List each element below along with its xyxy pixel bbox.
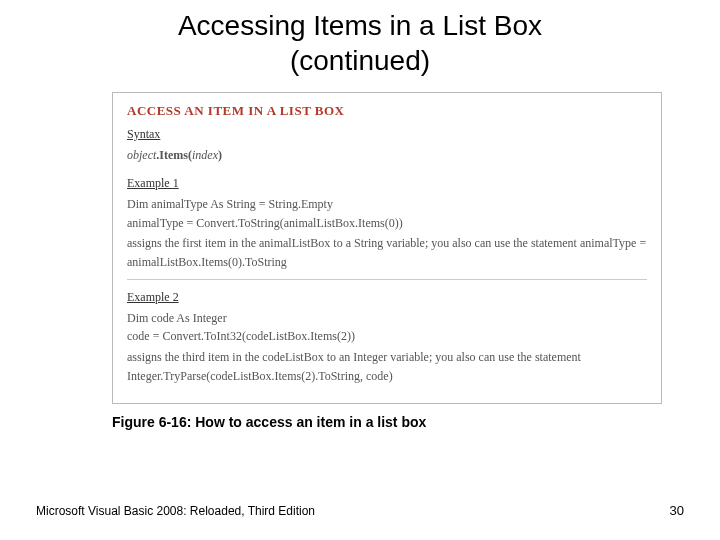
- footer-source: Microsoft Visual Basic 2008: Reloaded, T…: [36, 504, 315, 518]
- title-line-2: (continued): [290, 45, 430, 76]
- box-heading: ACCESS AN ITEM IN A LIST BOX: [127, 101, 647, 121]
- example-2-label: Example 2: [127, 288, 647, 307]
- example-2-code-2: code = Convert.ToInt32(codeListBox.Items…: [127, 327, 647, 346]
- example-1-description: assigns the first item in the animalList…: [127, 234, 647, 271]
- example-1-code-2: animalType = Convert.ToString(animalList…: [127, 214, 647, 233]
- syntax-object: object: [127, 148, 156, 162]
- syntax-close: ): [218, 148, 222, 162]
- syntax-line: object.Items(index): [127, 146, 647, 165]
- syntax-label: Syntax: [127, 125, 647, 144]
- example-2-code-1: Dim code As Integer: [127, 309, 647, 328]
- separator: [127, 279, 647, 280]
- figure-caption: Figure 6-16: How to access an item in a …: [112, 414, 720, 430]
- slide-title: Accessing Items in a List Box (continued…: [0, 0, 720, 78]
- example-1-label: Example 1: [127, 174, 647, 193]
- syntax-index: index: [192, 148, 218, 162]
- example-2-description: assigns the third item in the codeListBo…: [127, 348, 647, 385]
- example-1-code-1: Dim animalType As String = String.Empty: [127, 195, 647, 214]
- title-line-1: Accessing Items in a List Box: [178, 10, 542, 41]
- page-number: 30: [670, 503, 684, 518]
- syntax-items-open: .Items(: [156, 148, 192, 162]
- figure-box: ACCESS AN ITEM IN A LIST BOX Syntax obje…: [112, 92, 662, 404]
